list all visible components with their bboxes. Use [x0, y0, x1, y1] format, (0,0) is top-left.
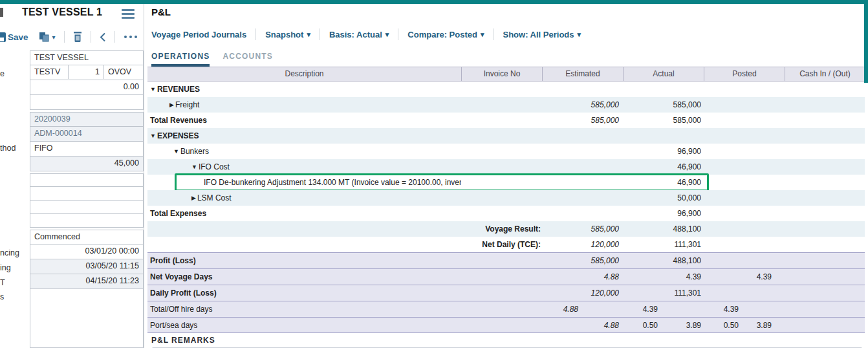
cut-icon-fragment [0, 8, 3, 17]
voyage-status-field[interactable]: Commenced [30, 230, 144, 245]
table-row-revenues[interactable]: ▼REVENUES [147, 82, 865, 97]
row-label: Net Daily (TCE): [482, 240, 541, 249]
tab-accounts[interactable]: ACCOUNTS [222, 52, 273, 67]
row-label: IFO De-bunkering Adjustment 134.000 MT (… [204, 178, 461, 187]
empty-field[interactable] [30, 214, 144, 228]
row-label: Total Revenues [150, 116, 207, 125]
row-label: Bunkers [180, 147, 209, 156]
collapse-icon[interactable]: ▼ [150, 133, 156, 139]
empty-field[interactable] [30, 173, 144, 187]
collapse-icon[interactable]: ▼ [191, 164, 197, 170]
col-description: Description [147, 67, 461, 81]
table-row-bunkers[interactable]: ▼Bunkers 96,900 [147, 144, 865, 159]
table-row-total-revenues[interactable]: Total Revenues 585,000585,000 [147, 113, 865, 128]
collapse-icon[interactable]: ▼ [173, 148, 179, 155]
row-label: Total/Off hire days [150, 305, 213, 314]
save-button[interactable]: Save [8, 32, 28, 42]
toolbar-divider [255, 28, 256, 40]
last-update-field[interactable]: 04/15/20 11:23 [30, 274, 144, 289]
voyage-period-journals-link[interactable]: Voyage Period Journals [151, 30, 246, 39]
empty-field[interactable] [30, 187, 144, 201]
cut-label: ncing [0, 248, 19, 257]
voyage-fields: TEST VESSEL TESTV 1 OVOV 0.00 20200039 A… [30, 50, 144, 348]
table-row-lsm-cost[interactable]: ▶LSM Cost 50,000 [147, 190, 865, 206]
table-row-ifo-debunkering-adjustment[interactable]: IFO De-bunkering Adjustment 134.000 MT (… [147, 175, 865, 190]
table-row-total-expenses[interactable]: Total Expenses 96,900 [147, 206, 865, 221]
hamburger-menu-icon[interactable] [122, 9, 135, 19]
col-invoice-no: Invoice No [461, 67, 542, 81]
amount-field[interactable]: 0.00 [30, 80, 144, 95]
copy-caret-icon[interactable]: ▾ [52, 34, 56, 41]
table-row-daily-profit-loss[interactable]: Daily Profit (Loss) 120,000111,301 [147, 285, 865, 301]
cut-label: e [0, 69, 5, 78]
more-icon[interactable] [124, 35, 138, 39]
pl-toolbar: Voyage Period Journals Snapshot▾ Basis: … [151, 27, 581, 41]
panel-edge-accent [864, 0, 868, 83]
panel-title: P&L [151, 6, 171, 17]
snapshot-dropdown[interactable]: Snapshot▾ [265, 30, 310, 39]
sidebar-toolbar: Save ▾ [0, 27, 144, 47]
row-label: Net Voyage Days [150, 272, 213, 281]
save-icon[interactable] [0, 32, 6, 42]
basis-dropdown[interactable]: Basis: Actual▾ [329, 30, 389, 39]
row-label: Port/sea days [150, 321, 197, 330]
tc-code-field[interactable]: ADM-000014 [30, 127, 144, 142]
table-row-expenses[interactable]: ▼EXPENSES [147, 128, 865, 144]
expand-icon[interactable]: ▶ [169, 102, 174, 108]
opr-type-field[interactable]: OVOV [104, 65, 143, 79]
toolbar-divider [114, 31, 115, 43]
empty-field[interactable] [30, 201, 144, 214]
row-label: Total Expenses [150, 209, 206, 218]
toolbar-divider [398, 28, 398, 40]
vessel-code-field[interactable]: TESTV [30, 65, 69, 79]
delete-icon[interactable] [73, 32, 82, 42]
table-row-port-sea-days[interactable]: Port/sea days 4.88 0.503.89 0.503.89 [147, 317, 865, 333]
method-field[interactable]: FIFO [30, 142, 144, 157]
cut-label: ing [0, 263, 11, 272]
toolbar-divider [91, 31, 91, 43]
col-actual: Actual [623, 67, 704, 81]
collapse-icon[interactable]: ▼ [150, 86, 156, 92]
commencing-field[interactable]: 03/01/20 00:00 [30, 245, 144, 259]
caret-down-icon: ▾ [307, 30, 310, 39]
caret-down-icon: ▾ [481, 30, 484, 39]
pl-tabs: OPERATIONS ACCOUNTS [151, 52, 273, 67]
toolbar-divider [320, 28, 320, 40]
page-title: TEST VESSEL 1 [22, 6, 102, 18]
voyage-no-field[interactable]: 1 [69, 65, 104, 79]
completing-field[interactable]: 03/05/20 11:15 [30, 259, 144, 274]
show-periods-dropdown[interactable]: Show: All Periods▾ [503, 30, 581, 39]
row-label: EXPENSES [157, 131, 199, 140]
col-cash-in-out: Cash In / (Out) [785, 67, 865, 81]
expand-icon[interactable]: ▶ [191, 195, 196, 201]
pl-remarks-section: P&L REMARKS [151, 336, 863, 348]
caret-down-icon: ▾ [385, 30, 389, 39]
pl-table: Description Invoice No Estimated Actual … [147, 67, 865, 333]
chevron-left-icon[interactable] [100, 32, 106, 42]
pl-panel: P&L Voyage Period Journals Snapshot▾ Bas… [145, 4, 868, 348]
row-label: REVENUES [157, 85, 200, 94]
tab-operations[interactable]: OPERATIONS [151, 52, 210, 67]
table-row-total-off-hire-days[interactable]: Total/Off hire days 4.88 4.39 4.39 [147, 301, 865, 317]
vessel-name-field[interactable]: TEST VESSEL [30, 50, 144, 65]
empty-notes-field[interactable] [30, 289, 144, 348]
row-label: IFO Cost [199, 162, 230, 171]
table-row-freight[interactable]: ▶Freight 585,000585,000 [147, 97, 865, 113]
cut-label: thod [0, 144, 16, 153]
toolbar-divider [64, 31, 65, 43]
daily-rate-field[interactable]: 45,000 [30, 157, 144, 171]
compare-dropdown[interactable]: Compare: Posted▾ [407, 30, 484, 39]
copy-icon[interactable] [39, 32, 50, 42]
empty-field[interactable] [30, 95, 144, 110]
caret-down-icon: ▾ [578, 30, 581, 39]
table-row-net-daily-tce[interactable]: Net Daily (TCE): 120,000111,301 [147, 237, 865, 252]
row-label: Profit (Loss) [150, 256, 196, 265]
table-row-profit-loss[interactable]: Profit (Loss) 585,000488,100 [147, 252, 865, 268]
table-row-net-voyage-days[interactable]: Net Voyage Days 4.884.394.39 [147, 268, 865, 285]
toolbar-divider [494, 28, 494, 40]
row-label: LSM Cost [197, 193, 232, 202]
voyage-ref-field[interactable]: 20200039 [30, 112, 144, 127]
table-row-ifo-cost[interactable]: ▼IFO Cost 46,900 [147, 159, 865, 175]
col-posted: Posted [704, 67, 785, 81]
table-row-voyage-result[interactable]: Voyage Result: 585,000488,100 [147, 221, 865, 237]
